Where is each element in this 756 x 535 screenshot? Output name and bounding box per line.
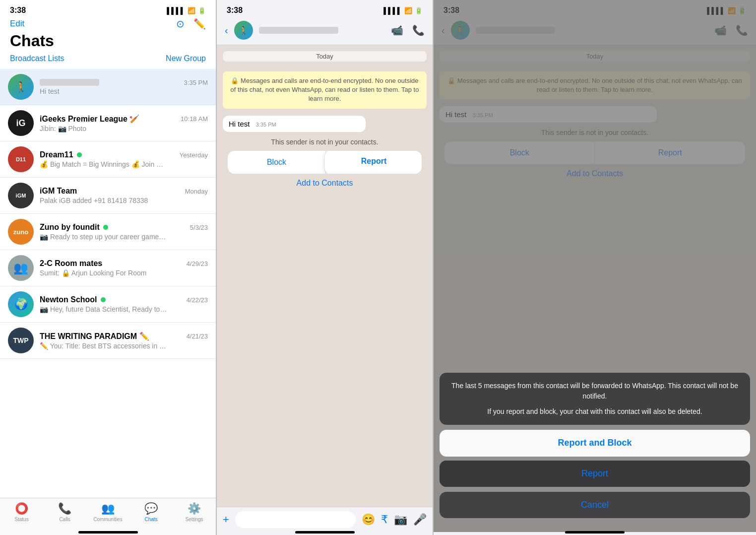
tab-status[interactable]: ⭕ Status <box>0 502 43 522</box>
chat-body-panel2: Today 🔒 Messages and calls are end-to-en… <box>217 45 433 507</box>
chat-preview-igm: Palak iGB added +91 81418 78338 <box>40 197 169 204</box>
message-text-p2: Hi test <box>229 120 250 128</box>
panel-chats-list: 3:38 ▌▌▌▌ 📶 🔋 Edit ⊙ ✏️ Chats Broadcast … <box>0 0 216 535</box>
battery-icon: 🔋 <box>198 7 206 14</box>
mic-icon-p2[interactable]: 🎤 <box>413 513 427 526</box>
chat-name-igeeks: iGeeks Premier League 🏏 <box>40 114 139 124</box>
tab-chats[interactable]: 💬 Chats <box>129 502 173 522</box>
tab-communities[interactable]: 👥 Communities <box>86 502 129 522</box>
chat-item-active[interactable]: 🚶 3:35 PM Hi test <box>0 69 216 105</box>
chat-content-writing: THE WRITING PARADIGM ✏️ 4/21/23 ✏️ You: … <box>40 332 208 350</box>
panel-report-modal: 3:38 ▌▌▌▌ 📶 🔋 ‹ 🚶 📹 📞 Today 🔒 Messages a… <box>434 0 756 535</box>
contact-name-blurred-p2 <box>259 27 338 34</box>
contact-avatar-p2: 🚶 <box>234 21 253 40</box>
payment-icon-p2[interactable]: ₹ <box>381 513 388 526</box>
header-action-icons: ⊙ ✏️ <box>176 18 206 30</box>
emoji-icon-p2[interactable]: 😊 <box>362 513 375 526</box>
chats-tab-icon: 💬 <box>144 502 158 515</box>
signal-icon-p2: ▌▌▌▌ <box>383 7 402 14</box>
chat-avatar-writing: TWP <box>8 328 34 353</box>
chat-content-zuno: Zuno by foundit 5/3/23 📷 Ready to step u… <box>40 223 208 241</box>
message-bubble-p2: Hi test 3:35 PM <box>223 116 366 132</box>
report-and-block-button[interactable]: Report and Block <box>440 430 750 457</box>
chat-preview-dream11: 💰 Big Match = Big Winnings 💰 Join MI vs … <box>40 160 169 168</box>
chat-avatar-dream11: D11 <box>8 146 34 172</box>
chat-time-writing: 4/21/23 <box>187 333 208 340</box>
chat-content-active: 3:35 PM Hi test <box>40 79 208 95</box>
chat-preview-active: Hi test <box>40 87 169 95</box>
encryption-notice-p2[interactable]: 🔒 Messages and calls are end-to-end encr… <box>223 71 427 109</box>
plus-icon-p2[interactable]: + <box>223 513 229 526</box>
new-group-link[interactable]: New Group <box>166 54 206 63</box>
home-indicator-p1 <box>78 531 138 534</box>
chats-header: Edit ⊙ ✏️ Chats Broadcast Lists New Grou… <box>0 17 216 69</box>
chat-item-zuno[interactable]: zuno Zuno by foundit 5/3/23 📷 Ready to s… <box>0 214 216 250</box>
chat-preview-room: Sumit: 🔒 Arjun Looking For Room <box>40 269 169 277</box>
back-button-p2[interactable]: ‹ <box>225 25 228 36</box>
chat-preview-igeeks: Jibin: 📷 Photo <box>40 125 169 133</box>
report-button-p2[interactable]: Report <box>325 151 422 174</box>
chat-time-room: 4/29/23 <box>187 260 208 268</box>
verified-dot-newton <box>101 297 106 302</box>
status-icons-panel1: ▌▌▌▌ 📶 🔋 <box>167 7 206 14</box>
chat-item-igm[interactable]: iGM iGM Team Monday Palak iGB added +91 … <box>0 178 216 214</box>
chat-preview-zuno: 📷 Ready to step up your career game? We … <box>40 233 169 241</box>
chat-content-igm: iGM Team Monday Palak iGB added +91 8141… <box>40 187 208 204</box>
communities-icon: 👥 <box>101 502 115 515</box>
verified-dot-dream11 <box>77 152 82 157</box>
verified-dot-zuno <box>103 225 108 230</box>
chat-input-p2[interactable] <box>235 511 356 528</box>
compose-icon[interactable]: ✏️ <box>193 18 206 30</box>
camera-icon[interactable]: ⊙ <box>176 18 185 30</box>
status-bar-panel2: 3:38 ▌▌▌▌ 📶 🔋 <box>217 0 433 17</box>
broadcast-lists-link[interactable]: Broadcast Lists <box>10 54 64 63</box>
header-actions-p2: 📹 📞 <box>391 24 425 36</box>
add-to-contacts-p2[interactable]: Add to Contacts <box>223 179 427 188</box>
chat-item-room[interactable]: 👥 2-C Room mates 4/29/23 Sumit: 🔒 Arjun … <box>0 250 216 286</box>
chat-preview-newton: 📷 Hey, future Data Scientist, Ready to m… <box>40 305 169 313</box>
chat-avatar-active: 🚶 <box>8 74 34 100</box>
chat-list: 🚶 3:35 PM Hi test iG iGeeks Premier Leag… <box>0 69 216 498</box>
chat-item-dream11[interactable]: D11 Dream11 Yesterday 💰 Big Match = Big … <box>0 141 216 178</box>
settings-icon: ⚙️ <box>188 502 201 515</box>
chat-avatar-zuno: zuno <box>8 219 34 245</box>
tab-label-settings: Settings <box>185 517 203 522</box>
report-only-container: Report <box>440 461 750 487</box>
tab-settings[interactable]: ⚙️ Settings <box>173 502 216 522</box>
chat-avatar-newton: 🌍 <box>8 291 34 317</box>
chat-item-newton[interactable]: 🌍 Newton School 4/22/23 📷 Hey, future Da… <box>0 286 216 323</box>
chat-content-room: 2-C Room mates 4/29/23 Sumit: 🔒 Arjun Lo… <box>40 259 208 277</box>
phone-icon-p2[interactable]: 📞 <box>412 24 425 36</box>
report-modal-overlay: The last 5 messages from this contact wi… <box>434 0 756 535</box>
chat-item-writing[interactable]: TWP THE WRITING PARADIGM ✏️ 4/21/23 ✏️ Y… <box>0 323 216 359</box>
battery-icon-p2: 🔋 <box>415 7 423 14</box>
status-icons-panel2: ▌▌▌▌ 📶 🔋 <box>383 7 423 14</box>
tab-label-status: Status <box>14 517 28 522</box>
date-label-p2: Today <box>223 51 427 62</box>
chat-time-dream11: Yesterday <box>180 151 208 159</box>
chat-time-zuno: 5/3/23 <box>190 224 208 231</box>
calls-icon: 📞 <box>58 502 71 515</box>
chat-name-active <box>40 79 99 86</box>
video-call-icon-p2[interactable]: 📹 <box>391 24 403 36</box>
cancel-button[interactable]: Cancel <box>440 492 750 518</box>
tab-calls[interactable]: 📞 Calls <box>43 502 86 522</box>
chat-time-igm: Monday <box>185 188 208 195</box>
chat-avatar-room: 👥 <box>8 255 34 281</box>
edit-button[interactable]: Edit <box>10 19 24 29</box>
chat-avatar-igeeks: iG <box>8 110 34 136</box>
report-only-button[interactable]: Report <box>440 461 750 487</box>
report-info-box: The last 5 messages from this contact wi… <box>440 373 750 425</box>
tab-label-calls: Calls <box>59 517 70 522</box>
chat-avatar-igm: iGM <box>8 183 34 208</box>
chat-input-bar-p2: + 😊 ₹ 📷 🎤 <box>217 507 433 532</box>
message-time-p2: 3:35 PM <box>256 122 276 128</box>
wifi-icon-p2: 📶 <box>404 7 412 14</box>
tab-label-communities: Communities <box>93 517 122 522</box>
chat-name-writing: THE WRITING PARADIGM ✏️ <box>40 332 149 341</box>
chat-content-newton: Newton School 4/22/23 📷 Hey, future Data… <box>40 295 208 313</box>
chat-item-igeeks[interactable]: iG iGeeks Premier League 🏏 10:18 AM Jibi… <box>0 105 216 141</box>
camera-input-icon-p2[interactable]: 📷 <box>394 513 407 526</box>
chat-content-dream11: Dream11 Yesterday 💰 Big Match = Big Winn… <box>40 150 208 168</box>
block-button-p2[interactable]: Block <box>228 151 326 174</box>
